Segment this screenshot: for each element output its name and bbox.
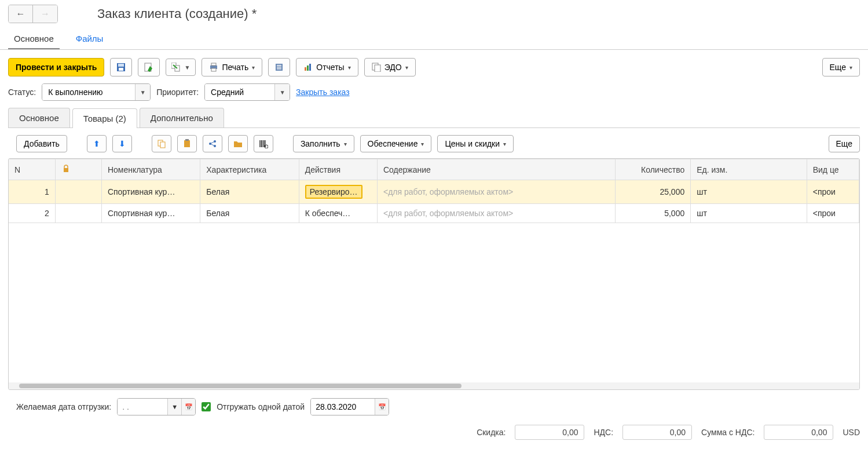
table-row[interactable]: 1 Спортивная кур… Белая Резервиро… <для … xyxy=(9,180,859,204)
main-toolbar: Провести и закрыть ▼ Печать ▾ Отчеты ▾ Э… xyxy=(0,50,868,81)
paste-button[interactable] xyxy=(177,135,197,152)
table-more-label: Еще xyxy=(836,139,853,148)
lock-icon xyxy=(61,164,71,173)
status-input[interactable] xyxy=(42,84,135,100)
ship-single-date-calendar[interactable]: 📅 xyxy=(375,399,389,415)
save-button[interactable] xyxy=(110,58,132,76)
cell-unit[interactable]: шт xyxy=(691,204,807,223)
status-row: Статус: ▼ Приоритет: ▼ Закрыть заказ xyxy=(0,81,868,108)
barcode-button[interactable] xyxy=(254,135,273,152)
copy-button[interactable] xyxy=(152,135,171,152)
nav-forward-button[interactable]: → xyxy=(33,5,57,23)
table-header-row: N Номенклатура Характеристика Действия С… xyxy=(9,159,859,180)
close-order-link[interactable]: Закрыть заказ xyxy=(296,88,350,97)
cell-nomenclature[interactable]: Спортивная кур… xyxy=(101,204,200,223)
cell-actions[interactable]: К обеспеч… xyxy=(299,204,377,223)
col-pricetype[interactable]: Вид це xyxy=(807,159,859,180)
horizontal-scrollbar[interactable] xyxy=(9,382,859,389)
supply-button[interactable]: Обеспечение ▾ xyxy=(360,135,432,152)
table-toolbar: Добавить ⬆ ⬇ Заполнить ▾ Обеспечение ▾ Ц… xyxy=(0,128,868,158)
svg-rect-8 xyxy=(211,68,216,71)
section-tab-files[interactable]: Файлы xyxy=(70,30,109,49)
col-unit[interactable]: Ед. изм. xyxy=(691,159,807,180)
ship-single-date-input[interactable] xyxy=(311,399,375,415)
cell-pricetype[interactable]: <прои xyxy=(807,180,859,204)
ship-date-dropdown[interactable]: ▼ xyxy=(167,399,181,415)
fill-label: Заполнить xyxy=(301,139,340,148)
cell-pricetype[interactable]: <прои xyxy=(807,204,859,223)
cell-n: 1 xyxy=(9,180,55,204)
priority-input[interactable] xyxy=(205,84,274,100)
edo-button[interactable]: ЭДО ▾ xyxy=(364,58,416,76)
content-placeholder: <для работ, оформляемых актом> xyxy=(383,187,513,196)
col-content[interactable]: Содержание xyxy=(377,159,615,180)
caret-down-icon: ▾ xyxy=(252,64,255,71)
tab-goods[interactable]: Товары (2) xyxy=(72,108,137,128)
more-button[interactable]: Еще ▾ xyxy=(822,58,860,76)
cell-quantity[interactable]: 25,000 xyxy=(615,180,690,204)
section-tab-main[interactable]: Основное xyxy=(8,30,60,49)
caret-down-icon: ▾ xyxy=(849,64,852,71)
cell-content[interactable]: <для работ, оформляемых актом> xyxy=(377,180,615,204)
print-button[interactable]: Печать ▾ xyxy=(202,58,262,76)
tab-additional[interactable]: Дополнительно xyxy=(140,108,224,127)
status-dropdown-button[interactable]: ▼ xyxy=(135,84,150,100)
goods-table[interactable]: N Номенклатура Характеристика Действия С… xyxy=(9,159,859,223)
bottom-row: Желаемая дата отгрузки: ▼ 📅 Отгружать од… xyxy=(0,390,868,421)
col-nomenclature[interactable]: Номенклатура xyxy=(101,159,200,180)
cell-actions[interactable]: Резервиро… xyxy=(299,180,377,204)
ship-single-checkbox[interactable] xyxy=(202,402,211,411)
folder-button[interactable] xyxy=(228,135,248,152)
edo-icon xyxy=(372,63,381,72)
save-icon xyxy=(116,63,126,72)
priority-dropdown-button[interactable]: ▼ xyxy=(274,84,290,100)
post-and-close-button[interactable]: Провести и закрыть xyxy=(8,58,104,76)
col-quantity[interactable]: Количество xyxy=(615,159,690,180)
table-row[interactable]: 2 Спортивная кур… Белая К обеспеч… <для … xyxy=(9,204,859,223)
col-lock[interactable] xyxy=(55,159,101,180)
cell-characteristic[interactable]: Белая xyxy=(200,180,299,204)
priority-label: Приоритет: xyxy=(156,88,199,97)
move-up-button[interactable]: ⬆ xyxy=(87,135,107,152)
col-n[interactable]: N xyxy=(9,159,55,180)
fill-button[interactable]: Заполнить ▾ xyxy=(293,135,354,152)
svg-rect-20 xyxy=(184,140,190,147)
scrollbar-thumb[interactable] xyxy=(19,384,462,388)
cell-content[interactable]: <для работ, оформляемых актом> xyxy=(377,204,615,223)
inner-tabs: Основное Товары (2) Дополнительно xyxy=(8,108,860,128)
ship-single-date-combo[interactable]: 📅 xyxy=(310,398,389,415)
discount-label: Скидка: xyxy=(477,428,506,437)
priority-combo[interactable]: ▼ xyxy=(204,83,290,101)
prices-button[interactable]: Цены и скидки ▾ xyxy=(437,135,514,152)
cell-nomenclature[interactable]: Спортивная кур… xyxy=(101,180,200,204)
table-more-button[interactable]: Еще xyxy=(829,135,860,152)
create-based-on-button[interactable]: ▼ xyxy=(166,59,196,76)
add-button[interactable]: Добавить xyxy=(16,135,67,152)
nav-back-button[interactable]: ← xyxy=(9,5,33,23)
status-combo[interactable]: ▼ xyxy=(42,83,151,101)
ship-date-input[interactable] xyxy=(118,399,167,415)
currency-label: USD xyxy=(843,428,860,437)
svg-rect-10 xyxy=(277,65,281,66)
share-button[interactable] xyxy=(203,135,222,152)
col-actions[interactable]: Действия xyxy=(299,159,377,180)
sumvat-value: 0,00 xyxy=(764,425,833,440)
move-down-button[interactable]: ⬇ xyxy=(112,135,132,152)
caret-down-icon: ▾ xyxy=(348,64,351,71)
post-button[interactable] xyxy=(138,58,160,76)
reports-button[interactable]: Отчеты ▾ xyxy=(296,58,358,76)
print-label: Печать xyxy=(222,63,248,72)
cell-quantity[interactable]: 5,000 xyxy=(615,204,690,223)
tab-main[interactable]: Основное xyxy=(8,108,70,127)
cell-characteristic[interactable]: Белая xyxy=(200,204,299,223)
arrow-left-icon: ← xyxy=(16,9,25,19)
sumvat-label: Сумма с НДС: xyxy=(701,428,755,437)
list-button[interactable] xyxy=(268,58,290,76)
ship-date-combo[interactable]: ▼ 📅 xyxy=(117,398,196,415)
chart-icon xyxy=(303,63,313,72)
list-icon xyxy=(274,63,284,72)
ship-date-calendar[interactable]: 📅 xyxy=(181,399,195,415)
page-title: Заказ клиента (создание) * xyxy=(97,6,257,21)
cell-unit[interactable]: шт xyxy=(691,180,807,204)
col-characteristic[interactable]: Характеристика xyxy=(200,159,299,180)
